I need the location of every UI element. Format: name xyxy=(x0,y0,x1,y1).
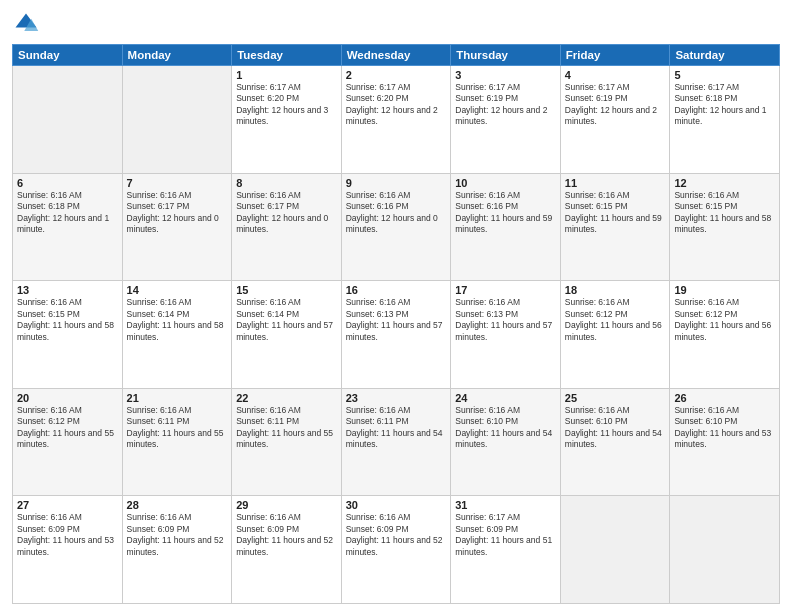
weekday-header-thursday: Thursday xyxy=(451,45,561,66)
day-number: 23 xyxy=(346,392,447,404)
day-info: Sunrise: 6:16 AM Sunset: 6:09 PM Dayligh… xyxy=(17,512,118,558)
day-number: 20 xyxy=(17,392,118,404)
calendar-cell: 4Sunrise: 6:17 AM Sunset: 6:19 PM Daylig… xyxy=(560,66,670,174)
day-number: 6 xyxy=(17,177,118,189)
day-number: 9 xyxy=(346,177,447,189)
calendar-cell: 5Sunrise: 6:17 AM Sunset: 6:18 PM Daylig… xyxy=(670,66,780,174)
weekday-header-wednesday: Wednesday xyxy=(341,45,451,66)
calendar-cell: 23Sunrise: 6:16 AM Sunset: 6:11 PM Dayli… xyxy=(341,388,451,496)
calendar-cell: 2Sunrise: 6:17 AM Sunset: 6:20 PM Daylig… xyxy=(341,66,451,174)
day-info: Sunrise: 6:17 AM Sunset: 6:09 PM Dayligh… xyxy=(455,512,556,558)
calendar-cell: 25Sunrise: 6:16 AM Sunset: 6:10 PM Dayli… xyxy=(560,388,670,496)
day-info: Sunrise: 6:16 AM Sunset: 6:12 PM Dayligh… xyxy=(674,297,775,343)
week-row-4: 20Sunrise: 6:16 AM Sunset: 6:12 PM Dayli… xyxy=(13,388,780,496)
weekday-header-saturday: Saturday xyxy=(670,45,780,66)
day-info: Sunrise: 6:16 AM Sunset: 6:14 PM Dayligh… xyxy=(127,297,228,343)
weekday-header-tuesday: Tuesday xyxy=(232,45,342,66)
day-info: Sunrise: 6:16 AM Sunset: 6:14 PM Dayligh… xyxy=(236,297,337,343)
calendar-cell: 28Sunrise: 6:16 AM Sunset: 6:09 PM Dayli… xyxy=(122,496,232,604)
day-info: Sunrise: 6:16 AM Sunset: 6:18 PM Dayligh… xyxy=(17,190,118,236)
day-number: 14 xyxy=(127,284,228,296)
calendar-cell: 26Sunrise: 6:16 AM Sunset: 6:10 PM Dayli… xyxy=(670,388,780,496)
day-info: Sunrise: 6:16 AM Sunset: 6:09 PM Dayligh… xyxy=(236,512,337,558)
calendar-cell: 12Sunrise: 6:16 AM Sunset: 6:15 PM Dayli… xyxy=(670,173,780,281)
calendar-cell: 11Sunrise: 6:16 AM Sunset: 6:15 PM Dayli… xyxy=(560,173,670,281)
day-number: 24 xyxy=(455,392,556,404)
weekday-header-row: SundayMondayTuesdayWednesdayThursdayFrid… xyxy=(13,45,780,66)
calendar-cell xyxy=(560,496,670,604)
day-info: Sunrise: 6:16 AM Sunset: 6:12 PM Dayligh… xyxy=(565,297,666,343)
day-number: 21 xyxy=(127,392,228,404)
day-number: 3 xyxy=(455,69,556,81)
day-info: Sunrise: 6:17 AM Sunset: 6:20 PM Dayligh… xyxy=(346,82,447,128)
day-number: 31 xyxy=(455,499,556,511)
calendar-cell: 21Sunrise: 6:16 AM Sunset: 6:11 PM Dayli… xyxy=(122,388,232,496)
day-info: Sunrise: 6:16 AM Sunset: 6:16 PM Dayligh… xyxy=(346,190,447,236)
weekday-header-friday: Friday xyxy=(560,45,670,66)
calendar-cell: 17Sunrise: 6:16 AM Sunset: 6:13 PM Dayli… xyxy=(451,281,561,389)
day-info: Sunrise: 6:16 AM Sunset: 6:11 PM Dayligh… xyxy=(346,405,447,451)
day-number: 16 xyxy=(346,284,447,296)
calendar-cell: 27Sunrise: 6:16 AM Sunset: 6:09 PM Dayli… xyxy=(13,496,123,604)
day-info: Sunrise: 6:16 AM Sunset: 6:17 PM Dayligh… xyxy=(127,190,228,236)
day-number: 12 xyxy=(674,177,775,189)
day-number: 15 xyxy=(236,284,337,296)
weekday-header-monday: Monday xyxy=(122,45,232,66)
page: SundayMondayTuesdayWednesdayThursdayFrid… xyxy=(0,0,792,612)
day-info: Sunrise: 6:16 AM Sunset: 6:15 PM Dayligh… xyxy=(565,190,666,236)
calendar-cell: 10Sunrise: 6:16 AM Sunset: 6:16 PM Dayli… xyxy=(451,173,561,281)
day-info: Sunrise: 6:16 AM Sunset: 6:13 PM Dayligh… xyxy=(455,297,556,343)
day-number: 25 xyxy=(565,392,666,404)
day-info: Sunrise: 6:17 AM Sunset: 6:19 PM Dayligh… xyxy=(455,82,556,128)
week-row-1: 1Sunrise: 6:17 AM Sunset: 6:20 PM Daylig… xyxy=(13,66,780,174)
day-number: 26 xyxy=(674,392,775,404)
calendar: SundayMondayTuesdayWednesdayThursdayFrid… xyxy=(12,44,780,604)
day-info: Sunrise: 6:16 AM Sunset: 6:09 PM Dayligh… xyxy=(127,512,228,558)
week-row-5: 27Sunrise: 6:16 AM Sunset: 6:09 PM Dayli… xyxy=(13,496,780,604)
calendar-cell: 29Sunrise: 6:16 AM Sunset: 6:09 PM Dayli… xyxy=(232,496,342,604)
calendar-cell: 8Sunrise: 6:16 AM Sunset: 6:17 PM Daylig… xyxy=(232,173,342,281)
calendar-cell xyxy=(122,66,232,174)
day-info: Sunrise: 6:16 AM Sunset: 6:09 PM Dayligh… xyxy=(346,512,447,558)
logo xyxy=(12,10,44,38)
calendar-cell: 1Sunrise: 6:17 AM Sunset: 6:20 PM Daylig… xyxy=(232,66,342,174)
day-number: 13 xyxy=(17,284,118,296)
day-info: Sunrise: 6:16 AM Sunset: 6:10 PM Dayligh… xyxy=(565,405,666,451)
calendar-cell: 9Sunrise: 6:16 AM Sunset: 6:16 PM Daylig… xyxy=(341,173,451,281)
day-info: Sunrise: 6:16 AM Sunset: 6:16 PM Dayligh… xyxy=(455,190,556,236)
calendar-cell: 7Sunrise: 6:16 AM Sunset: 6:17 PM Daylig… xyxy=(122,173,232,281)
calendar-cell: 20Sunrise: 6:16 AM Sunset: 6:12 PM Dayli… xyxy=(13,388,123,496)
day-number: 5 xyxy=(674,69,775,81)
day-number: 2 xyxy=(346,69,447,81)
calendar-cell xyxy=(670,496,780,604)
calendar-cell: 30Sunrise: 6:16 AM Sunset: 6:09 PM Dayli… xyxy=(341,496,451,604)
day-info: Sunrise: 6:17 AM Sunset: 6:18 PM Dayligh… xyxy=(674,82,775,128)
calendar-cell: 3Sunrise: 6:17 AM Sunset: 6:19 PM Daylig… xyxy=(451,66,561,174)
day-number: 4 xyxy=(565,69,666,81)
day-number: 11 xyxy=(565,177,666,189)
calendar-cell: 15Sunrise: 6:16 AM Sunset: 6:14 PM Dayli… xyxy=(232,281,342,389)
day-number: 1 xyxy=(236,69,337,81)
header xyxy=(12,10,780,38)
day-number: 30 xyxy=(346,499,447,511)
day-number: 29 xyxy=(236,499,337,511)
calendar-cell: 22Sunrise: 6:16 AM Sunset: 6:11 PM Dayli… xyxy=(232,388,342,496)
calendar-cell: 14Sunrise: 6:16 AM Sunset: 6:14 PM Dayli… xyxy=(122,281,232,389)
calendar-cell: 24Sunrise: 6:16 AM Sunset: 6:10 PM Dayli… xyxy=(451,388,561,496)
calendar-cell: 6Sunrise: 6:16 AM Sunset: 6:18 PM Daylig… xyxy=(13,173,123,281)
logo-icon xyxy=(12,10,40,38)
day-number: 19 xyxy=(674,284,775,296)
weekday-header-sunday: Sunday xyxy=(13,45,123,66)
day-number: 27 xyxy=(17,499,118,511)
day-number: 17 xyxy=(455,284,556,296)
day-number: 8 xyxy=(236,177,337,189)
day-number: 28 xyxy=(127,499,228,511)
day-info: Sunrise: 6:16 AM Sunset: 6:17 PM Dayligh… xyxy=(236,190,337,236)
day-info: Sunrise: 6:16 AM Sunset: 6:15 PM Dayligh… xyxy=(17,297,118,343)
calendar-cell: 19Sunrise: 6:16 AM Sunset: 6:12 PM Dayli… xyxy=(670,281,780,389)
calendar-cell: 31Sunrise: 6:17 AM Sunset: 6:09 PM Dayli… xyxy=(451,496,561,604)
day-number: 7 xyxy=(127,177,228,189)
day-info: Sunrise: 6:16 AM Sunset: 6:10 PM Dayligh… xyxy=(455,405,556,451)
day-info: Sunrise: 6:16 AM Sunset: 6:10 PM Dayligh… xyxy=(674,405,775,451)
day-number: 22 xyxy=(236,392,337,404)
